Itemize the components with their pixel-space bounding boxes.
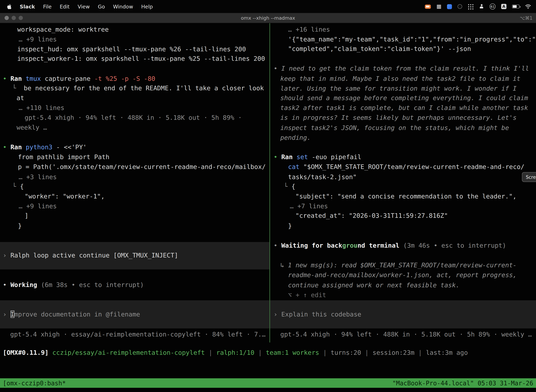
terminal-line: continue assigned work or next feasible … [288,280,459,290]
text-segment: be necessary for the end of the README. … [16,84,264,92]
menu-help[interactable]: Help [141,4,153,9]
terminal-line: › Ralph loop active continue [OMX_TMUX_I… [3,250,178,260]
battery-icon[interactable] [512,5,519,9]
terminal-line: "subject": "send a concise recommendatio… [295,191,517,201]
text-segment: • [3,281,10,288]
text-segment: ⌥ + ↑ edit [288,291,326,299]
terminal-line: … +7 lines [290,201,328,211]
text-segment: } [18,222,22,229]
battery-badge[interactable]: 61 [490,4,496,9]
assistant-icon[interactable] [479,4,484,9]
text-segment: weekly … [17,124,47,131]
terminal-line: readme-and-reco/mailbox/worker-1.json, a… [288,270,517,280]
terminal-line: └ { [12,182,24,191]
apple-menu[interactable] [7,4,12,9]
text-segment: nd terminal [358,242,403,249]
text-segment: └ [12,183,20,190]
terminal-line: • Ran python3 - <<'PY' [3,142,87,152]
text-segment: continue assigned work or next feasible … [288,281,459,289]
blue-app-icon[interactable] [447,4,452,9]
window-titlebar[interactable]: omx --xhigh --madmax ⌥⌘1 [0,13,536,23]
menu-app-name[interactable]: Slack [20,4,35,9]
text-segment: … +110 lines [19,104,64,111]
terminal-line: inspect_worker-1: omx sparkshell --tmux-… [17,54,265,63]
dots-grid-icon[interactable] [468,4,474,9]
text-segment: { [291,183,295,190]
text-segment: "worker": "worker-1", [25,192,105,200]
terminal-line: cat "$OMX_TEAM_STATE_ROOT/team/review-cu… [288,162,524,171]
text-segment: inspect_hud: omx sparkshell --tmux-pane … [17,45,246,53]
text-segment: Explain this codebase [281,311,361,318]
text-segment: └ [284,183,291,190]
terminal-line: └ be necessary for the end of the README… [12,83,264,93]
menu-bar: Slack File Edit View Go Window Help ▦ 61… [0,0,536,13]
terminal-line: weekly … [17,123,47,132]
text-segment: at [17,94,24,102]
text-segment: "created_at": "2026-03-31T11:59:27.816Z" [295,212,448,219]
text-segment: is in progress? It seems likely but perh… [280,114,517,121]
text-segment: keep that in mind. Maybe I also need the… [280,75,520,82]
terminal-line: … +110 lines [19,103,64,112]
close-button[interactable] [5,16,9,20]
text-segment: from pathlib import Path [18,153,109,160]
terminal-line: "completed","claim_token":"claim-token"}… [288,44,471,53]
terminal-line: • I need to get the claim token from the… [274,64,529,73]
menu-go[interactable]: Go [98,4,105,9]
text-segment: python3 [26,143,56,151]
input-source-icon[interactable]: A [501,4,507,9]
text-segment: "completed","claim_token":"claim-token"}… [288,45,471,52]
text-segment: capture-pane [45,75,94,82]
text-segment: › [3,311,10,318]
tmux-host-clock: "MacBook-Pro-44.local" 05:03 31-Mar-26 [392,379,536,387]
terminal-line: inspect task2's JSON, focusing on the st… [280,123,509,132]
terminal-line: ⌥ + ↑ edit [288,290,326,300]
grid-icon[interactable]: ▦ [436,4,441,9]
terminal-line: … +9 lines [19,34,57,44]
terminal-line: "created_at": "2026-03-31T11:59:27.816Z" [295,211,448,220]
text-segment: … +3 lines [19,173,57,181]
text-segment: gpt-5.4 xhigh · 94% left · 488K in · 5.1… [280,331,532,338]
text-segment: | [254,349,266,356]
minimize-button[interactable] [12,16,16,20]
terminal-line: should send a message before completing … [280,93,528,103]
dots-glyph [468,4,469,5]
text-segment: -euo pipefail [312,153,361,160]
text-segment: • [274,242,281,249]
zoom-button[interactable] [19,16,23,20]
text-segment: '{"team_name":"my-team","task_id":"1","f… [288,36,536,43]
terminal-line: gpt-5.4 xhigh · 94% left · 488K in · 5.1… [25,113,242,122]
text-segment: task2 after task1 is complete, but can I… [280,104,528,111]
menu-window[interactable]: Window [113,4,133,9]
screen-recording-icon[interactable] [425,5,431,9]
text-segment: Working [10,281,41,288]
right-pane[interactable]: … +16 lines'{"team_name":"my-team","task… [270,0,536,353]
text-segment: should send a message before completing … [280,94,528,102]
menu-file[interactable]: File [43,4,52,9]
text-segment: • [3,143,10,151]
menu-view[interactable]: View [78,4,90,9]
window-title: omx --xhigh --madmax [0,15,536,21]
menu-left: Slack File Edit View Go Window Help [0,4,153,9]
text-segment: gpt-5.4 xhigh · 94% left · 488K in · 5.1… [25,114,242,121]
text-segment: ] [25,212,29,219]
menu-edit[interactable]: Edit [60,4,69,9]
wifi-icon[interactable] [525,4,531,9]
terminal-line: } [288,221,292,230]
terminal-line: gpt-5.4 xhigh · essay/ai-reimplementatio… [10,330,266,339]
terminal-line: '{"team_name":"my-team","task_id":"1","f… [288,34,536,44]
left-pane[interactable]: workspace_mode: worktree… +9 linesinspec… [0,0,269,353]
battery-glyph [512,5,519,9]
terminal-line: gpt-5.4 xhigh · 94% left · 488K in · 5.1… [280,330,532,339]
text-segment: | [415,349,426,356]
dark-app-icon[interactable] [458,4,462,9]
terminal-line: • Ran set -euo pipefail [274,152,361,162]
text-segment: cat [288,163,303,170]
text-segment: - <<'PY' [56,143,87,151]
text-segment: turns:20 [330,349,361,356]
terminal-line: ↳ 1 new msg(s): read $OMX_TEAM_STATE_ROO… [280,260,517,270]
terminal-line: • Waiting for background terminal (3m 46… [274,241,506,250]
terminal-line: … +9 lines [19,201,57,211]
text-segment: { [20,183,24,190]
text-segment: ↳ 1 new msg(s): read $OMX_TEAM_STATE_ROO… [280,261,517,269]
screen-tooltip[interactable]: Scre [522,172,536,182]
